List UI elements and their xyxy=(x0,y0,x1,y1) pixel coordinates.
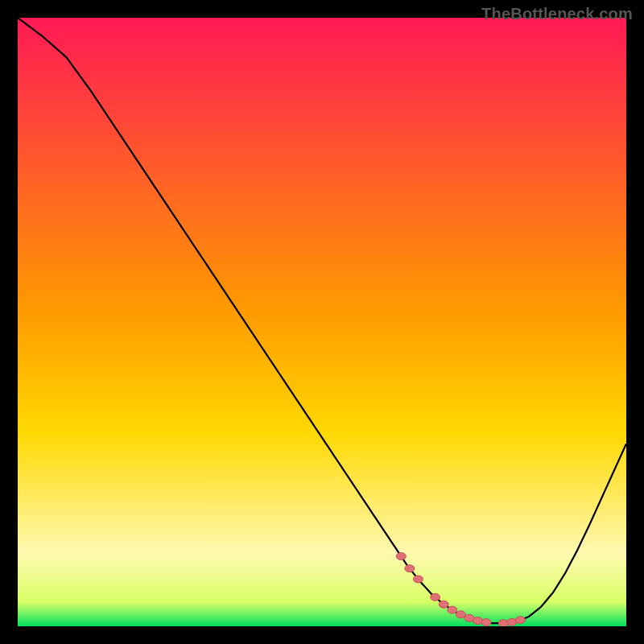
valley-dot xyxy=(405,565,415,572)
plot-area xyxy=(18,18,626,626)
chart-svg xyxy=(18,18,626,626)
valley-dot xyxy=(515,617,525,624)
valley-dot xyxy=(431,593,440,601)
valley-dot xyxy=(473,617,483,625)
gradient-background xyxy=(18,18,626,626)
watermark-text: TheBottleneck.com xyxy=(481,5,633,23)
valley-dot xyxy=(413,576,423,583)
valley-dot xyxy=(439,601,448,608)
chart-container: TheBottleneck.com xyxy=(0,0,644,644)
valley-dot xyxy=(481,619,491,626)
valley-dot xyxy=(448,606,457,613)
valley-dot xyxy=(396,553,406,560)
valley-dot xyxy=(456,611,465,618)
